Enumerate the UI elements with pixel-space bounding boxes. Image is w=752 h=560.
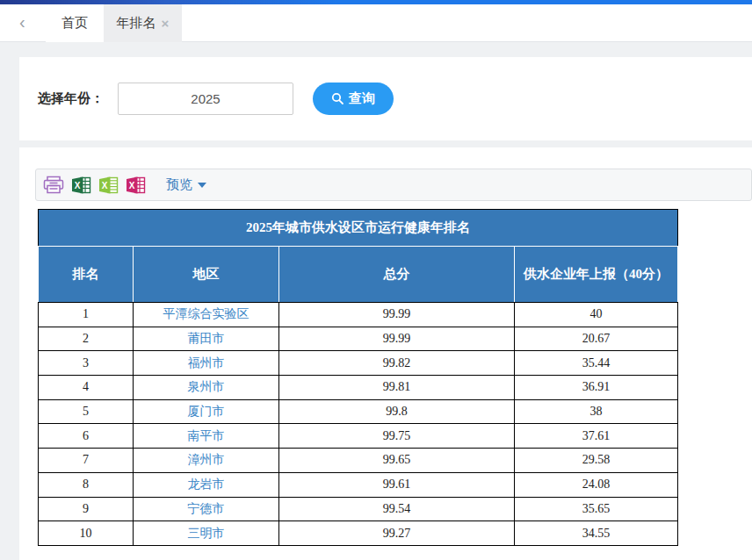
total-score-cell: 99.82 — [279, 351, 515, 376]
report-score-cell: 29.58 — [515, 449, 678, 473]
tab-bar: ‹ 首页 年排名 × — [0, 4, 752, 42]
search-icon — [331, 92, 344, 105]
report-score-cell: 40 — [515, 303, 678, 327]
header-report-score: 供水企业年上报（40分） — [515, 247, 678, 303]
rank-cell: 3 — [39, 351, 134, 376]
table-title: 2025年城市供水设区市运行健康年排名 — [39, 210, 678, 247]
query-button-label: 查询 — [349, 90, 375, 107]
total-score-cell: 99.99 — [279, 327, 515, 351]
table-header-row: 排名 地区 总分 供水企业年上报（40分） — [39, 247, 678, 303]
app-window: ‹ 首页 年排名 × 选择年份： 查询 — [0, 0, 752, 560]
report-score-cell: 34.55 — [515, 521, 678, 546]
chevron-down-icon — [198, 183, 206, 188]
year-select-label: 选择年份： — [38, 90, 104, 107]
rank-cell: 5 — [39, 399, 134, 424]
report-score-cell: 36.91 — [515, 376, 678, 400]
query-button[interactable]: 查询 — [313, 83, 394, 115]
total-score-cell: 99.61 — [279, 472, 515, 497]
tab-home-label: 首页 — [61, 15, 88, 32]
rank-cell: 10 — [39, 521, 134, 546]
region-link[interactable]: 三明市 — [134, 521, 279, 546]
table-row: 3福州市99.8235.44 — [39, 351, 678, 376]
back-chevron-icon[interactable]: ‹ — [16, 4, 29, 42]
year-input[interactable] — [118, 83, 293, 115]
rank-cell: 2 — [39, 327, 134, 351]
rank-cell: 6 — [39, 424, 134, 449]
table-body: 1平潭综合实验区99.99402莆田市99.9920.673福州市99.8235… — [39, 303, 678, 546]
region-link[interactable]: 厦门市 — [134, 399, 279, 424]
table-row: 10三明市99.2734.55 — [39, 521, 678, 546]
total-score-cell: 99.81 — [279, 376, 515, 400]
table-row: 5厦门市99.838 — [39, 399, 678, 424]
excel-export-lime-icon[interactable]: X — [99, 176, 119, 194]
tab-year-ranking-label: 年排名 — [117, 15, 156, 32]
table-row: 2莆田市99.9920.67 — [39, 327, 678, 351]
report-score-cell: 38 — [515, 399, 678, 424]
rank-cell: 4 — [39, 376, 134, 400]
rank-cell: 1 — [39, 303, 134, 327]
region-link[interactable]: 莆田市 — [134, 327, 279, 351]
region-link[interactable]: 漳州市 — [134, 449, 279, 473]
region-link[interactable]: 福州市 — [134, 351, 279, 376]
region-link[interactable]: 宁德市 — [134, 497, 279, 521]
report-score-cell: 35.44 — [515, 351, 678, 376]
table-row: 7漳州市99.6529.58 — [39, 449, 678, 473]
tab-home[interactable]: 首页 — [46, 4, 104, 42]
table-row: 8龙岩市99.6124.08 — [39, 472, 678, 497]
excel-export-magenta-icon[interactable]: X — [127, 176, 146, 194]
table-row: 6南平市99.7537.61 — [39, 424, 678, 449]
region-link[interactable]: 泉州市 — [134, 376, 279, 400]
report-score-cell: 24.08 — [515, 472, 678, 497]
report-score-cell: 35.65 — [515, 497, 678, 521]
total-score-cell: 99.75 — [279, 424, 515, 449]
header-region: 地区 — [134, 247, 279, 303]
total-score-cell: 99.27 — [279, 521, 515, 546]
preview-dropdown[interactable]: 预览 — [166, 176, 206, 193]
printer-icon[interactable] — [43, 176, 64, 194]
svg-text:X: X — [102, 180, 108, 190]
svg-text:X: X — [129, 180, 135, 190]
excel-export-green-icon[interactable]: X — [72, 176, 91, 194]
total-score-cell: 99.65 — [279, 449, 515, 473]
header-total-score: 总分 — [279, 247, 515, 303]
header-rank: 排名 — [39, 247, 134, 303]
rank-cell: 8 — [39, 472, 134, 497]
tab-year-ranking[interactable]: 年排名 × — [104, 4, 182, 42]
rank-cell: 7 — [39, 449, 134, 473]
year-search-card: 选择年份： 查询 — [19, 57, 752, 140]
total-score-cell: 99.54 — [279, 497, 515, 521]
report-score-cell: 20.67 — [515, 327, 678, 351]
ranking-panel: X X — [19, 147, 752, 560]
svg-text:X: X — [75, 180, 81, 190]
rank-cell: 9 — [39, 497, 134, 521]
table-row: 1平潭综合实验区99.9940 — [39, 303, 678, 327]
region-link[interactable]: 平潭综合实验区 — [134, 303, 279, 327]
region-link[interactable]: 南平市 — [134, 424, 279, 449]
table-row: 9宁德市99.5435.65 — [39, 497, 678, 521]
preview-label: 预览 — [166, 176, 192, 193]
table-row: 4泉州市99.8136.91 — [39, 376, 678, 400]
region-link[interactable]: 龙岩市 — [134, 472, 279, 497]
export-toolbar: X X — [35, 169, 752, 201]
report-score-cell: 37.61 — [515, 424, 678, 449]
total-score-cell: 99.8 — [279, 399, 515, 424]
close-icon[interactable]: × — [162, 17, 170, 30]
ranking-table: 2025年城市供水设区市运行健康年排名 排名 地区 总分 供水企业年上报（40分… — [38, 209, 678, 546]
table-title-row: 2025年城市供水设区市运行健康年排名 — [39, 210, 678, 247]
total-score-cell: 99.99 — [279, 303, 515, 327]
